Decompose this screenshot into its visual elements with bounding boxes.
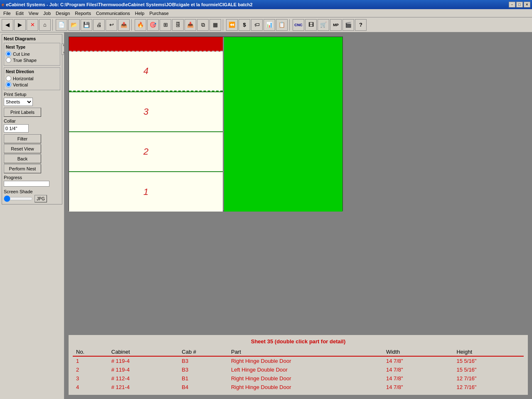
- grid-toolbar-btn[interactable]: ▦: [209, 19, 221, 31]
- cell-no: 1: [73, 356, 108, 365]
- film-toolbar-btn[interactable]: 🎬: [342, 19, 354, 31]
- dollar-toolbar-btn[interactable]: $: [239, 19, 250, 31]
- col-cabinet: Cabinet: [108, 348, 179, 356]
- back2-toolbar-btn[interactable]: ⏪: [226, 19, 238, 31]
- paint-toolbar-btn[interactable]: 🔥: [135, 19, 146, 31]
- cell-cabinet: # 119-4: [108, 365, 179, 374]
- progress-group: Progress: [4, 175, 60, 187]
- menu-communications[interactable]: Communications: [94, 10, 133, 17]
- nest-direction-group: Nest Direction Horizontal Vertical: [4, 67, 60, 90]
- menu-purchase[interactable]: Purchase: [147, 10, 171, 17]
- nest-type-group: Nest Type Cut Line True Shape: [4, 43, 60, 66]
- menu-reports[interactable]: Reports: [72, 10, 94, 17]
- horizontal-radio-label[interactable]: Horizontal: [6, 76, 58, 81]
- open-toolbar-btn[interactable]: 📂: [68, 19, 80, 31]
- part-row-2[interactable]: 2: [69, 131, 223, 171]
- export-toolbar-btn[interactable]: 📊: [264, 19, 275, 31]
- horizontal-radio[interactable]: [6, 76, 11, 81]
- print-setup-select[interactable]: Sheets Parts Both: [4, 98, 33, 106]
- vertical-radio-label[interactable]: Vertical: [6, 82, 58, 87]
- view2-toolbar-btn[interactable]: ⊞: [160, 19, 171, 31]
- reset-view-button[interactable]: Reset View: [4, 144, 41, 153]
- render-toolbar-btn[interactable]: 🎞: [305, 19, 317, 31]
- minimize-button[interactable]: −: [509, 2, 515, 7]
- red-zone: [69, 37, 223, 52]
- back-button[interactable]: Back: [4, 154, 41, 163]
- part-row-1[interactable]: 1: [69, 171, 223, 212]
- cnc-toolbar-btn[interactable]: CNC: [293, 19, 304, 31]
- back-toolbar-btn[interactable]: ◀: [2, 19, 13, 31]
- table-row[interactable]: 4 # 121-4 B4 Right Hinge Double Door 14 …: [73, 383, 524, 392]
- progress-bar: [4, 181, 49, 187]
- menu-view[interactable]: View: [26, 10, 41, 17]
- menu-file[interactable]: File: [1, 10, 13, 17]
- filter-button[interactable]: Filter: [4, 134, 41, 143]
- report2-toolbar-btn[interactable]: 📋: [276, 19, 288, 31]
- part-row-3[interactable]: 3: [69, 91, 223, 131]
- color-toolbar-btn[interactable]: 🎯: [147, 19, 159, 31]
- shade-slider[interactable]: [4, 195, 33, 202]
- main-layout: Nest Diagrams Nest Type Cut Line True Sh…: [0, 32, 532, 399]
- tag-toolbar-btn[interactable]: 🏷: [251, 19, 263, 31]
- cutline-radio-label[interactable]: Cut Line: [6, 51, 58, 57]
- help-toolbar-btn[interactable]: ?: [355, 19, 367, 31]
- cutline-radio[interactable]: [6, 51, 11, 57]
- cell-width: 14 7/8": [383, 356, 453, 365]
- print-labels-button[interactable]: Print Labels: [4, 108, 41, 117]
- forward-toolbar-btn[interactable]: ▶: [14, 19, 26, 31]
- cell-width: 14 7/8": [383, 365, 453, 374]
- cabinet-toolbar-btn[interactable]: 🗄: [172, 19, 184, 31]
- insert-toolbar-btn[interactable]: 📥: [185, 19, 196, 31]
- col-cabnum: Cab #: [178, 348, 228, 356]
- cell-part: Right Hinge Double Door: [228, 356, 383, 365]
- parts-area: 4 3 2 1: [69, 52, 223, 212]
- trueshape-radio[interactable]: [6, 57, 11, 63]
- snap-toolbar-btn[interactable]: ⧉: [197, 19, 209, 31]
- perform-nest-button[interactable]: Perform Nest: [4, 164, 41, 173]
- menu-job[interactable]: Job: [41, 10, 53, 17]
- cell-height: 12 7/16": [453, 383, 524, 392]
- menu-design[interactable]: Design: [53, 10, 72, 17]
- cell-cabinet: # 121-4: [108, 383, 179, 392]
- print-setup-group: Print Setup Sheets Parts Both Print Labe…: [4, 92, 60, 117]
- part-number-3: 3: [143, 106, 148, 117]
- print-toolbar-btn[interactable]: 🖨: [93, 19, 105, 31]
- table-row[interactable]: 1 # 119-4 B3 Right Hinge Double Door 14 …: [73, 356, 524, 365]
- col-height: Height: [453, 348, 524, 356]
- collar-input[interactable]: [4, 124, 29, 133]
- cart-toolbar-btn[interactable]: 🛒: [318, 19, 329, 31]
- maximize-button[interactable]: □: [516, 2, 523, 7]
- mp-toolbar-btn[interactable]: MP: [330, 19, 342, 31]
- nest-direction-label: Nest Direction: [6, 69, 58, 74]
- cell-no: 3: [73, 374, 108, 383]
- menu-edit[interactable]: Edit: [13, 10, 26, 17]
- app-icon: e: [2, 2, 4, 7]
- menu-help[interactable]: Help: [133, 10, 147, 17]
- separator-3: [223, 19, 224, 31]
- undo-toolbar-btn[interactable]: ↩: [106, 19, 117, 31]
- title-text: eCabinet Systems - Job: C:\Program Files…: [6, 2, 509, 7]
- separator-2: [131, 19, 133, 31]
- vertical-radio[interactable]: [6, 82, 11, 87]
- col-part: Part: [228, 348, 383, 356]
- trueshape-radio-label[interactable]: True Shape: [6, 57, 58, 63]
- jpg-button[interactable]: JPG: [34, 195, 47, 202]
- table-row[interactable]: 2 # 119-4 B3 Left Hinge Double Door 14 7…: [73, 365, 524, 374]
- left-panel: Nest Diagrams Nest Type Cut Line True Sh…: [0, 32, 64, 399]
- cell-height: 12 7/16": [453, 374, 524, 383]
- part-number-4: 4: [143, 66, 148, 76]
- scroll-control[interactable]: Scroll: [62, 44, 64, 55]
- cell-cabnum: B4: [178, 383, 228, 392]
- send-toolbar-btn[interactable]: 📤: [118, 19, 130, 31]
- cell-part: Left Hinge Double Door: [228, 365, 383, 374]
- stop-toolbar-btn[interactable]: ✕: [27, 19, 38, 31]
- print-setup-label: Print Setup: [4, 92, 60, 97]
- table-row[interactable]: 3 # 112-4 B1 Right Hinge Double Door 14 …: [73, 374, 524, 383]
- save-toolbar-btn[interactable]: 💾: [81, 19, 92, 31]
- home-toolbar-btn[interactable]: ⌂: [39, 19, 51, 31]
- part-row-4[interactable]: 4: [69, 52, 223, 91]
- close-button[interactable]: ✕: [524, 2, 530, 7]
- cell-height: 15 5/16": [453, 365, 524, 374]
- new-toolbar-btn[interactable]: 📄: [56, 19, 67, 31]
- col-no: No.: [73, 348, 108, 356]
